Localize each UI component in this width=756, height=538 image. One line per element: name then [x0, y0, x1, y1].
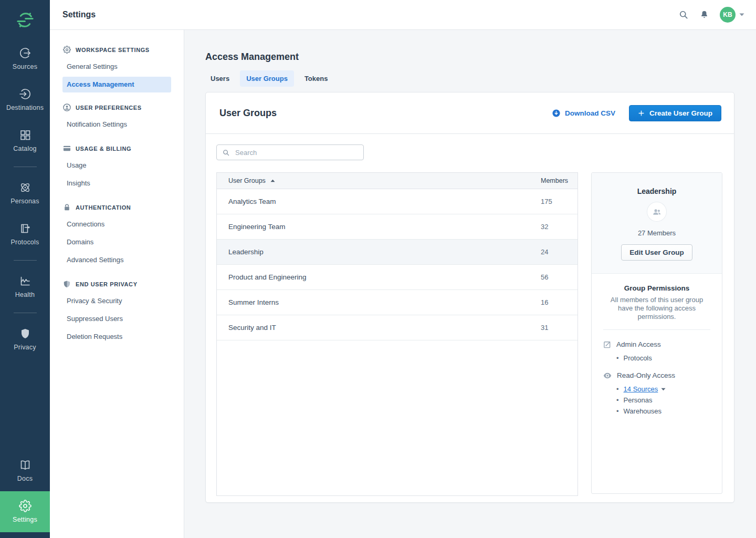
user-groups-card: User Groups Download CSV Create User Gro…	[205, 92, 734, 503]
permission-item: •Protocols	[603, 353, 710, 364]
chevron-down-icon	[739, 13, 744, 16]
nav-section-label: USAGE & BILLING	[76, 146, 131, 152]
nav-item-general-settings[interactable]: General Settings	[50, 58, 171, 76]
page-title: Access Management	[205, 51, 735, 63]
sidebar-item-settings[interactable]: Settings	[0, 491, 50, 532]
personas-icon	[19, 181, 32, 194]
nav-item-domains[interactable]: Domains	[50, 233, 171, 251]
create-user-group-button[interactable]: Create User Group	[629, 105, 721, 121]
group-name-cell: Summer Interns	[217, 298, 541, 306]
sidebar-item-privacy[interactable]: Privacy	[0, 327, 50, 351]
nav-item-connections[interactable]: Connections	[50, 215, 171, 233]
permission-item: •Warehouses	[603, 406, 710, 417]
edit-user-group-button[interactable]: Edit User Group	[621, 244, 692, 261]
bullet: •	[616, 395, 619, 406]
sidebar-item-catalog[interactable]: Catalog	[0, 129, 50, 152]
shield-icon	[63, 280, 71, 288]
nav-item-advanced-settings[interactable]: Advanced Settings	[50, 251, 171, 269]
nav-section-label: AUTHENTICATION	[76, 204, 131, 211]
nav-item-suppressed-users[interactable]: Suppressed Users	[50, 310, 171, 328]
nav-section-end-user-privacy: END USER PRIVACY Privacy & Security Supp…	[50, 276, 184, 346]
table-row-selected[interactable]: Leadership 24	[217, 240, 578, 265]
nav-item-usage[interactable]: Usage	[50, 157, 171, 174]
permission-item-label: Personas	[624, 395, 653, 406]
permission-item: • 14 Sources	[603, 384, 710, 395]
table-and-panel: User Groups Members Analytics Team 175 E…	[216, 172, 721, 496]
search-icon	[222, 149, 230, 157]
notifications-bell-icon[interactable]	[699, 9, 709, 20]
sidebar-item-destinations[interactable]: Destinations	[0, 88, 50, 111]
card-header: User Groups Download CSV Create User Gro…	[206, 92, 734, 134]
sidebar-divider	[14, 313, 37, 313]
sidebar-divider	[14, 167, 37, 167]
read-only-access-row: Read-Only Access	[603, 371, 710, 379]
tab-user-groups[interactable]: User Groups	[240, 70, 294, 87]
search-icon[interactable]	[678, 9, 689, 20]
group-detail-panel: Leadership 27 Members Edit User Group	[591, 172, 722, 494]
group-name-cell: Leadership	[217, 248, 541, 256]
chevron-down-icon	[661, 388, 666, 391]
create-user-group-label: Create User Group	[649, 109, 712, 117]
table-row[interactable]: Security and IT 31	[217, 315, 578, 340]
tab-tokens[interactable]: Tokens	[299, 70, 333, 87]
segment-logo-icon[interactable]	[16, 11, 35, 29]
sidebar-item-docs[interactable]: Docs	[0, 459, 50, 482]
sidebar-item-label: Health	[15, 291, 35, 298]
bullet: •	[616, 353, 619, 364]
destinations-icon	[19, 88, 32, 100]
sidebar-item-label: Settings	[13, 516, 37, 523]
tab-users[interactable]: Users	[205, 70, 235, 87]
card-title: User Groups	[219, 108, 277, 119]
nav-section-usage-billing: USAGE & BILLING Usage Insights	[50, 140, 184, 192]
sidebar-item-label: Catalog	[13, 145, 37, 152]
nav-section-header: WORKSPACE SETTINGS	[50, 42, 184, 58]
sources-dropdown-link[interactable]: 14 Sources	[624, 384, 666, 395]
read-only-access-group: Read-Only Access • 14 Sources	[603, 371, 710, 417]
nav-item-insights[interactable]: Insights	[50, 174, 171, 192]
table-row[interactable]: Product and Engineering 56	[217, 265, 578, 290]
sidebar-item-health[interactable]: Health	[0, 275, 50, 298]
lock-icon	[63, 203, 71, 211]
table-header-row: User Groups Members	[217, 173, 578, 189]
nav-section-label: END USER PRIVACY	[76, 281, 138, 287]
main-content: Access Management Users User Groups Toke…	[184, 30, 756, 538]
sidebar-item-sources[interactable]: Sources	[0, 47, 50, 70]
sources-link-label: 14 Sources	[624, 384, 658, 395]
sidebar-item-protocols[interactable]: Protocols	[0, 222, 50, 246]
table-row[interactable]: Analytics Team 175	[217, 189, 578, 214]
column-header-user-groups[interactable]: User Groups	[217, 177, 541, 184]
card-body: User Groups Members Analytics Team 175 E…	[206, 134, 734, 509]
bullet: •	[616, 406, 619, 417]
sidebar-item-personas[interactable]: Personas	[0, 181, 50, 205]
search-box	[216, 144, 364, 160]
avatar[interactable]: KB	[720, 7, 736, 23]
group-name-cell: Analytics Team	[217, 198, 541, 205]
tab-bar: Users User Groups Tokens	[205, 70, 735, 87]
group-avatar	[647, 202, 666, 221]
nav-item-access-management[interactable]: Access Management	[62, 77, 171, 92]
nav-item-notification-settings[interactable]: Notification Settings	[50, 116, 171, 133]
table-row[interactable]: Summer Interns 16	[217, 290, 578, 315]
health-icon	[19, 275, 32, 287]
sidebar-item-label: Destinations	[6, 104, 44, 111]
members-count-cell: 56	[541, 273, 578, 281]
search-input[interactable]	[234, 148, 358, 157]
table-row[interactable]: Engineering Team 32	[217, 214, 578, 240]
nav-item-deletion-requests[interactable]: Deletion Requests	[50, 328, 171, 346]
user-circle-icon	[63, 104, 71, 111]
page-header-title: Settings	[62, 10, 96, 19]
user-menu[interactable]: KB	[720, 7, 744, 23]
members-count-cell: 31	[541, 324, 578, 332]
member-count: 27 Members	[600, 229, 713, 237]
sidebar-item-label: Protocols	[11, 239, 39, 246]
sidebar-divider	[14, 260, 37, 261]
nav-section-user-preferences: USER PREFERENCES Notification Settings	[50, 99, 184, 133]
settings-gear-icon	[19, 500, 32, 512]
credit-card-icon	[63, 144, 71, 152]
nav-section-label: USER PREFERENCES	[76, 105, 142, 111]
sidebar-item-label: Personas	[10, 198, 39, 205]
download-csv-button[interactable]: Download CSV	[552, 109, 615, 118]
plus-icon	[638, 110, 645, 117]
admin-access-group: Admin Access •Protocols	[603, 340, 710, 364]
nav-item-privacy-security[interactable]: Privacy & Security	[50, 292, 171, 310]
